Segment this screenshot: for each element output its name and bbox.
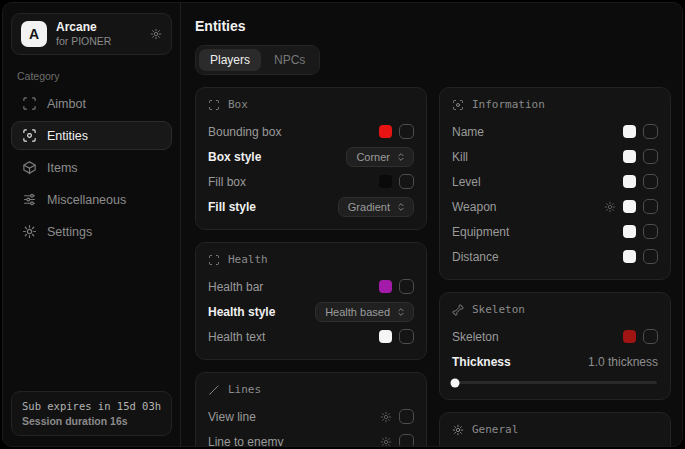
setting-row-view-line: View line [208, 405, 414, 428]
setting-row-line-to-enemy: Line to enemy [208, 430, 414, 447]
level-checkbox[interactable] [643, 174, 658, 189]
tab-npcs[interactable]: NPCs [263, 49, 316, 71]
gear-icon[interactable] [150, 28, 162, 40]
setting-row-box-style: Box style Corner [208, 145, 414, 168]
entity-type-tabs: Players NPCs [195, 45, 320, 75]
setting-row-thickness: Thickness 1.0 thickness [452, 350, 658, 373]
setting-row-name: Name [452, 120, 658, 143]
gear-icon[interactable] [380, 436, 392, 448]
sidebar-item-aimbot[interactable]: Aimbot [11, 89, 172, 118]
sidebar-item-label: Miscellaneous [47, 193, 126, 207]
setting-row-bounding-box: Bounding box [208, 120, 414, 143]
bone-icon [452, 304, 464, 316]
sidebar-nav: Aimbot Entities Items Miscellaneous [11, 89, 172, 246]
bounding-box-checkbox[interactable] [399, 124, 414, 139]
color-swatch[interactable] [379, 330, 392, 343]
view-line-checkbox[interactable] [399, 409, 414, 424]
app-branding: A Arcane for PIONER [11, 13, 172, 55]
left-column: Box Bounding box Box style Corner [195, 87, 427, 447]
tab-players[interactable]: Players [199, 49, 261, 71]
sidebar-item-settings[interactable]: Settings [11, 217, 172, 246]
color-swatch[interactable] [379, 125, 392, 138]
sidebar-item-entities[interactable]: Entities [11, 121, 172, 150]
card-title: Health [228, 253, 268, 266]
entities-scan-icon [22, 128, 37, 143]
sun-gear-icon [452, 424, 464, 436]
color-swatch[interactable] [623, 150, 636, 163]
chevrons-up-down-icon [396, 202, 406, 212]
gear-icon [22, 224, 37, 239]
setting-label: Weapon [452, 200, 496, 214]
card-title: Skeleton [472, 303, 525, 316]
equipment-checkbox[interactable] [643, 224, 658, 239]
sidebar-item-miscellaneous[interactable]: Miscellaneous [11, 185, 172, 214]
skeleton-checkbox[interactable] [643, 329, 658, 344]
setting-label: Skeleton [452, 330, 499, 344]
thickness-value: 1.0 thickness [588, 355, 658, 369]
health-text-checkbox[interactable] [399, 329, 414, 344]
card-title: Information [472, 98, 545, 111]
fill-style-select[interactable]: Gradient [338, 197, 414, 217]
setting-label: View line [208, 410, 256, 424]
crosshair-scan-icon [22, 96, 37, 111]
brackets-icon [208, 99, 220, 111]
color-swatch[interactable] [623, 125, 636, 138]
color-swatch[interactable] [623, 225, 636, 238]
setting-row-distance: Distance [452, 245, 658, 268]
thickness-slider[interactable] [453, 381, 657, 384]
page-title: Entities [195, 18, 671, 34]
sidebar-item-items[interactable]: Items [11, 153, 172, 182]
setting-row-kill: Kill [452, 145, 658, 168]
card-title: General [472, 423, 518, 436]
setting-row-equipment: Equipment [452, 220, 658, 243]
app-subtitle: for PIONER [56, 35, 111, 48]
kill-checkbox[interactable] [643, 149, 658, 164]
setting-row-health-text: Health text [208, 325, 414, 348]
line-to-enemy-checkbox[interactable] [399, 434, 414, 447]
subscription-status: Sub expires in 15d 03h Session duration … [11, 391, 172, 436]
color-swatch[interactable] [623, 200, 636, 213]
setting-label: Kill [452, 150, 468, 164]
gear-icon[interactable] [604, 201, 616, 213]
information-card: Information Name Kill [439, 87, 671, 280]
slider-thumb[interactable] [451, 378, 460, 387]
skeleton-card: Skeleton Skeleton Thickness 1.0 thicknes… [439, 292, 671, 400]
setting-row-fill-box: Fill box [208, 170, 414, 193]
info-scan-icon [452, 99, 464, 111]
sliders-icon [22, 192, 37, 207]
brackets-icon [208, 254, 220, 266]
setting-label: Box style [208, 150, 261, 164]
setting-label: Health bar [208, 280, 263, 294]
name-checkbox[interactable] [643, 124, 658, 139]
weapon-checkbox[interactable] [643, 199, 658, 214]
card-title: Lines [228, 383, 261, 396]
color-swatch[interactable] [623, 175, 636, 188]
sidebar-item-label: Aimbot [47, 97, 86, 111]
health-style-select[interactable]: Health based [315, 302, 414, 322]
setting-label: Fill box [208, 175, 246, 189]
fill-box-checkbox[interactable] [399, 174, 414, 189]
setting-label: Health text [208, 330, 265, 344]
setting-row-health-style: Health style Health based [208, 300, 414, 323]
color-swatch[interactable] [623, 250, 636, 263]
setting-label: Health style [208, 305, 275, 319]
distance-checkbox[interactable] [643, 249, 658, 264]
health-card: Health Health bar Health style Health ba… [195, 242, 427, 360]
app-window: A Arcane for PIONER Category Aimbot [2, 2, 683, 447]
setting-label: Distance [452, 250, 499, 264]
health-bar-checkbox[interactable] [399, 279, 414, 294]
box-style-select[interactable]: Corner [346, 147, 414, 167]
setting-label: Fill style [208, 200, 256, 214]
chevrons-up-down-icon [396, 152, 406, 162]
sidebar-item-label: Settings [47, 225, 92, 239]
color-swatch[interactable] [379, 175, 392, 188]
lines-card: Lines View line Line to enemy [195, 372, 427, 447]
setting-row-skeleton: Skeleton [452, 325, 658, 348]
gear-icon[interactable] [380, 411, 392, 423]
setting-label: Name [452, 125, 484, 139]
setting-label: Line to enemy [208, 435, 283, 448]
app-name: Arcane [56, 20, 111, 35]
color-swatch[interactable] [623, 330, 636, 343]
color-swatch[interactable] [379, 280, 392, 293]
cards-grid: Box Bounding box Box style Corner [195, 87, 671, 447]
